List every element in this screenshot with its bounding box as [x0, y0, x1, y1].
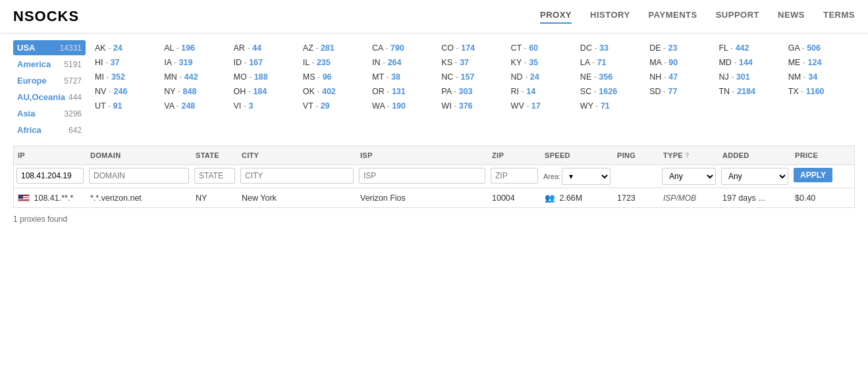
state-item-sd[interactable]: SD - 77: [647, 85, 716, 98]
state-item-ok[interactable]: OK - 402: [300, 85, 369, 98]
state-item-wi[interactable]: WI - 376: [439, 99, 508, 113]
state-item-mt[interactable]: MT - 38: [369, 70, 439, 84]
state-item-ky[interactable]: KY - 35: [508, 56, 578, 69]
added-select[interactable]: Any 1 day 7 days 30 days: [721, 168, 788, 185]
state-item-wy[interactable]: WY - 71: [578, 99, 647, 113]
state-item-nj[interactable]: NJ - 301: [716, 70, 785, 84]
ip-input[interactable]: [16, 168, 84, 184]
th-ip: IP: [14, 146, 86, 165]
state-item-la[interactable]: LA - 71: [578, 56, 647, 69]
state-item-mi[interactable]: MI - 352: [92, 70, 161, 84]
state-item-tn[interactable]: TN - 2184: [716, 85, 785, 98]
state-item-ct[interactable]: CT - 60: [508, 41, 578, 55]
state-item-vt[interactable]: VT - 29: [300, 99, 369, 113]
nav-history[interactable]: HISTORY: [590, 10, 630, 24]
state-item-nm[interactable]: NM - 34: [786, 70, 855, 84]
state-item-ak[interactable]: AK - 24: [92, 41, 161, 55]
filter-row: Area: ▾ Any ISP MOB RES Any 1 day 7 days…: [13, 165, 855, 188]
nav-proxy[interactable]: PROXY: [540, 10, 572, 24]
state-item-ga[interactable]: GA - 506: [786, 41, 855, 55]
state-item-al[interactable]: AL - 196: [161, 41, 231, 55]
state-item-hi[interactable]: HI - 37: [92, 56, 161, 69]
filter-state[interactable]: [192, 165, 238, 188]
td-speed: 👥 2.66M: [541, 188, 613, 207]
us-flag-icon: [18, 194, 30, 202]
sidebar-item-america[interactable]: America 5191: [13, 57, 86, 72]
sidebar-item-usa[interactable]: USA 14331: [13, 40, 86, 55]
type-select[interactable]: Any ISP MOB RES: [662, 168, 716, 185]
nav-support[interactable]: SUPPORT: [716, 10, 759, 24]
area-label: Area:: [543, 172, 560, 180]
state-item-sc[interactable]: SC - 1626: [578, 85, 647, 98]
city-input[interactable]: [240, 168, 354, 184]
table-header: IP DOMAIN STATE CITY ISP ZIP SPEED PING …: [13, 145, 855, 165]
state-item-ut[interactable]: UT - 91: [92, 99, 161, 113]
nav-news[interactable]: NEWS: [778, 10, 805, 24]
speed-select[interactable]: ▾: [562, 168, 610, 185]
filter-zip[interactable]: [488, 165, 541, 188]
sidebar-item-oceania[interactable]: AU,Oceania 444: [13, 90, 86, 105]
state-item-nv[interactable]: NV - 246: [92, 85, 161, 98]
state-item-dc[interactable]: DC - 33: [578, 41, 647, 55]
state-item-de[interactable]: DE - 23: [647, 41, 716, 55]
state-item-mo[interactable]: MO - 188: [231, 70, 300, 84]
state-item-ms[interactable]: MS - 96: [300, 70, 369, 84]
state-item-nc[interactable]: NC - 157: [439, 70, 508, 84]
th-zip: ZIP: [488, 146, 541, 165]
td-isp: Verizon Fios: [356, 189, 488, 207]
filter-added[interactable]: Any 1 day 7 days 30 days: [719, 165, 791, 188]
sidebar-item-africa[interactable]: Africa 642: [13, 122, 86, 138]
logo: NSOCKS: [13, 8, 79, 25]
state-item-ne[interactable]: NE - 356: [578, 70, 647, 84]
state-input[interactable]: [194, 168, 235, 184]
filter-city[interactable]: [238, 165, 356, 188]
state-item-ca[interactable]: CA - 790: [369, 41, 439, 55]
status-text: 1 proxies found: [13, 215, 67, 224]
state-item-nd[interactable]: ND - 24: [508, 70, 578, 84]
state-item-id[interactable]: ID - 167: [231, 56, 300, 69]
state-item-ks[interactable]: KS - 37: [439, 56, 508, 69]
state-item-me[interactable]: ME - 124: [786, 56, 855, 69]
state-item-va[interactable]: VA - 248: [161, 99, 231, 113]
filter-apply[interactable]: APPLY: [791, 165, 844, 188]
filter-ip[interactable]: [14, 165, 86, 188]
state-item-pa[interactable]: PA - 303: [439, 85, 508, 98]
state-item-fl[interactable]: FL - 442: [716, 41, 785, 55]
state-item-tx[interactable]: TX - 1160: [786, 85, 855, 98]
filter-isp[interactable]: [356, 165, 488, 188]
td-domain: *.*.verizon.net: [86, 189, 192, 207]
sidebar-item-asia[interactable]: Asia 3296: [13, 106, 86, 121]
state-item-wv[interactable]: WV - 17: [508, 99, 578, 113]
state-item-or[interactable]: OR - 131: [369, 85, 439, 98]
sidebar: USA 14331 America 5191 Europe 5727 AU,Oc…: [13, 40, 92, 139]
nav-payments[interactable]: PAYMENTS: [649, 10, 697, 24]
filter-domain[interactable]: [86, 165, 192, 188]
domain-input[interactable]: [89, 168, 189, 184]
state-item-ny[interactable]: NY - 848: [161, 85, 231, 98]
state-item-ia[interactable]: IA - 319: [161, 56, 231, 69]
nav-terms[interactable]: TERMS: [823, 10, 855, 24]
sidebar-item-europe[interactable]: Europe 5727: [13, 73, 86, 88]
state-item-ar[interactable]: AR - 44: [231, 41, 300, 55]
isp-input[interactable]: [359, 168, 485, 184]
state-item-mn[interactable]: MN - 442: [161, 70, 231, 84]
th-state: STATE: [192, 146, 238, 165]
state-item-oh[interactable]: OH - 184: [231, 85, 300, 98]
th-speed: SPEED: [541, 146, 613, 165]
state-item-co[interactable]: CO - 174: [439, 41, 508, 55]
state-item-wa[interactable]: WA - 190: [369, 99, 439, 113]
zip-input[interactable]: [491, 168, 538, 184]
state-item-il[interactable]: IL - 235: [300, 56, 369, 69]
state-item-in[interactable]: IN - 264: [369, 56, 439, 69]
state-item-ri[interactable]: RI - 14: [508, 85, 578, 98]
filter-type[interactable]: Any ISP MOB RES: [659, 165, 719, 188]
state-item-nh[interactable]: NH - 47: [647, 70, 716, 84]
apply-button[interactable]: APPLY: [794, 168, 832, 182]
main-content: USA 14331 America 5191 Europe 5727 AU,Oc…: [0, 34, 868, 145]
filter-speed[interactable]: Area: ▾: [541, 165, 613, 188]
state-item-md[interactable]: MD - 144: [716, 56, 785, 69]
state-item-vi[interactable]: VI - 3: [231, 99, 300, 113]
state-item-ma[interactable]: MA - 90: [647, 56, 716, 69]
state-item-az[interactable]: AZ - 281: [300, 41, 369, 55]
th-domain: DOMAIN: [86, 146, 192, 165]
